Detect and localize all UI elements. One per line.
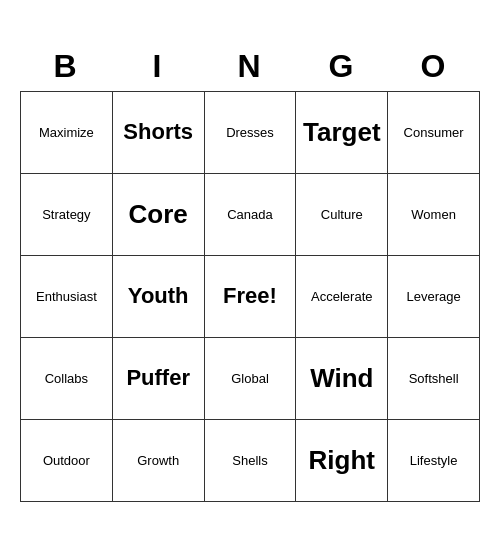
bingo-cell: Women	[388, 174, 480, 256]
bingo-cell: Lifestyle	[388, 420, 480, 502]
bingo-cell: Canada	[205, 174, 297, 256]
bingo-cell: Shells	[205, 420, 297, 502]
bingo-cell: Target	[296, 92, 388, 174]
header-letter: B	[20, 42, 112, 91]
bingo-cell: Enthusiast	[21, 256, 113, 338]
bingo-cell: Right	[296, 420, 388, 502]
bingo-cell: Strategy	[21, 174, 113, 256]
header-letter: O	[388, 42, 480, 91]
bingo-cell: Puffer	[113, 338, 205, 420]
bingo-cell: Dresses	[205, 92, 297, 174]
header-letter: G	[296, 42, 388, 91]
bingo-grid: MaximizeShortsDressesTargetConsumerStrat…	[20, 91, 480, 502]
bingo-cell: Maximize	[21, 92, 113, 174]
bingo-cell: Consumer	[388, 92, 480, 174]
bingo-cell: Wind	[296, 338, 388, 420]
bingo-cell: Culture	[296, 174, 388, 256]
bingo-cell: Youth	[113, 256, 205, 338]
bingo-cell: Growth	[113, 420, 205, 502]
bingo-cell: Shorts	[113, 92, 205, 174]
bingo-cell: Core	[113, 174, 205, 256]
bingo-cell: Softshell	[388, 338, 480, 420]
bingo-cell: Free!	[205, 256, 297, 338]
bingo-header: BINGO	[20, 42, 480, 91]
bingo-cell: Global	[205, 338, 297, 420]
bingo-cell: Accelerate	[296, 256, 388, 338]
bingo-cell: Outdoor	[21, 420, 113, 502]
bingo-cell: Collabs	[21, 338, 113, 420]
bingo-cell: Leverage	[388, 256, 480, 338]
bingo-card: BINGO MaximizeShortsDressesTargetConsume…	[20, 42, 480, 502]
header-letter: N	[204, 42, 296, 91]
header-letter: I	[112, 42, 204, 91]
